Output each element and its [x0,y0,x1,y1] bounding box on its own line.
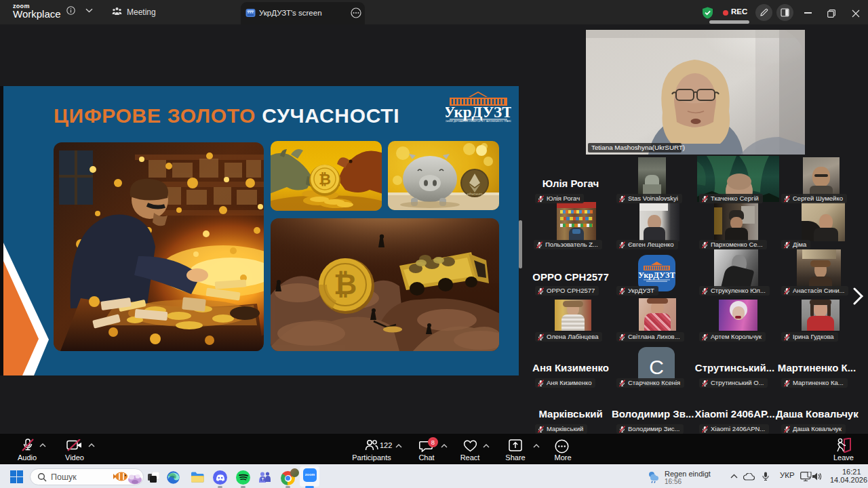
svg-text:УкрДУЗТ: УкрДУЗТ [446,104,511,121]
svg-text:₿: ₿ [334,268,357,300]
svg-text:Tetiana Mashoshyna(UkrSURT): Tetiana Mashoshyna(UkrSURT) [591,144,685,151]
svg-text:УкрДУЗТ: УкрДУЗТ [638,270,675,280]
svg-text:ethereum: ethereum [467,192,483,196]
svg-text:₿: ₿ [319,171,331,188]
svg-text:УКРАЇНСЬКИЙ ДЕРЖАВНИЙ УНІВЕРСИ: УКРАЇНСЬКИЙ ДЕРЖАВНИЙ УНІВЕРСИТЕТ ЗАЛІЗН… [446,120,511,123]
